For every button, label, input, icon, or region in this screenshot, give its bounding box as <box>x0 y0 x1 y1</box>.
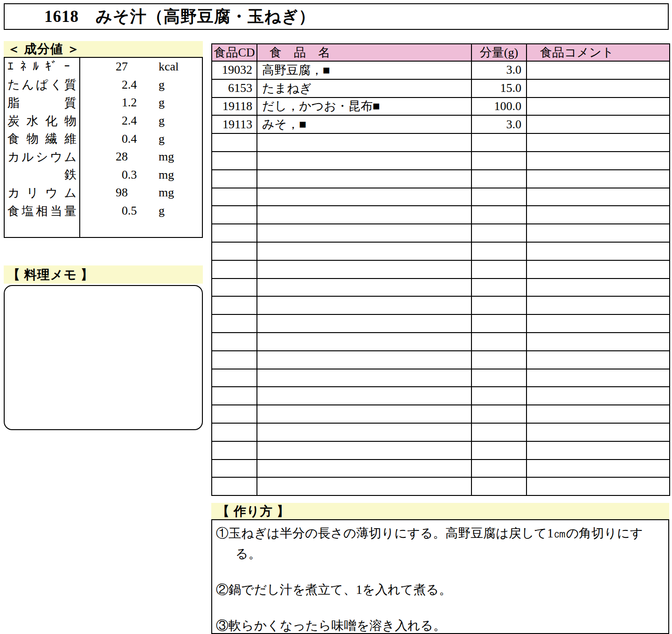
nutrition-label: カルシウム <box>5 149 79 165</box>
ingredient-comment-cell <box>527 98 670 116</box>
ingredient-row: 19032 高野豆腐，■ 3.0 <box>212 61 670 79</box>
ingredient-empty-row <box>212 351 670 369</box>
nutrition-label: ｴﾈﾙｷﾞｰ <box>5 60 79 74</box>
nutrition-table: ｴﾈﾙｷﾞｰ 27 kcal たんぱく質 2.4 g 脂質 1.2 g 炭水化物… <box>4 57 203 238</box>
ingredients-header-row: 食品CD 食 品 名 分量(g) 食品コメント <box>212 44 670 61</box>
ingredient-empty-row <box>212 188 670 206</box>
method-section-header: 【 作り方 】 <box>211 503 669 519</box>
nutrition-row: たんぱく質 2.4 g <box>5 76 202 94</box>
nutrition-row: 食物繊維 0.4 g <box>5 130 202 148</box>
nutrition-unit: g <box>159 96 165 110</box>
ingredient-empty-row <box>212 279 670 297</box>
ingredient-empty-row <box>212 133 670 152</box>
nutrition-row: カルシウム 28 mg <box>5 148 202 166</box>
nutrition-row: 脂質 1.2 g <box>5 94 202 112</box>
memo-section-header: 【 料理メモ 】 <box>4 265 203 284</box>
ingredient-name-cell: だし，かつお・昆布■ <box>257 98 471 116</box>
nutrition-unit: g <box>159 132 165 146</box>
ingredient-empty-row <box>212 460 670 478</box>
ingredient-empty-row <box>212 260 670 279</box>
nutrition-label: 食塩相当量 <box>5 203 79 219</box>
ingredient-empty-row <box>212 242 670 260</box>
ingredient-comment-cell <box>527 61 670 79</box>
title-bar: 1618 みそ汁（高野豆腐・玉ねぎ） <box>4 3 669 30</box>
nutrition-row: 炭水化物 2.4 g <box>5 112 202 130</box>
ingredient-empty-row <box>212 170 670 188</box>
ingredient-amount-cell: 3.0 <box>471 115 527 133</box>
nutrition-unit: mg <box>159 168 174 182</box>
ingredient-empty-row <box>212 369 670 387</box>
nutrition-section-title: ＜ 成分値 ＞ <box>7 41 80 57</box>
nutrition-unit: g <box>159 204 165 218</box>
nutrition-label: 食物繊維 <box>5 131 79 147</box>
ingredient-code-cell: 19118 <box>212 98 257 116</box>
ingredient-name-cell: 高野豆腐，■ <box>257 61 471 79</box>
ingredients-section: 食品CD 食 品 名 分量(g) 食品コメント 19032 高野豆腐，■ 3.0… <box>211 43 670 496</box>
nutrition-row: ｴﾈﾙｷﾞｰ 27 kcal <box>5 58 202 76</box>
ingredient-code-cell: 19032 <box>212 61 257 79</box>
nutrition-unit: g <box>159 114 165 128</box>
ingredient-empty-row <box>212 314 670 333</box>
nutrition-value: 27 <box>79 60 142 74</box>
ingredient-empty-row <box>212 296 670 314</box>
ingredient-empty-row <box>212 333 670 351</box>
ingredient-name-cell: たまねぎ <box>257 79 471 98</box>
ingredient-empty-row <box>212 441 670 460</box>
recipe-title: 1618 みそ汁（高野豆腐・玉ねぎ） <box>44 6 315 28</box>
method-step-1: ①玉ねぎは半分の長さの薄切りにする。高野豆腐は戻して1㎝の角切りにする。 <box>216 523 664 564</box>
nutrition-label: 炭水化物 <box>5 113 79 129</box>
nutrition-unit: g <box>159 78 165 92</box>
nutrition-value: 98 <box>79 186 142 200</box>
method-step-3: ③軟らかくなったら味噌を溶き入れる。 <box>216 615 664 634</box>
ingredient-amount-cell: 3.0 <box>471 61 527 79</box>
column-header-amount: 分量(g) <box>471 44 527 61</box>
ingredient-row: 6153 たまねぎ 15.0 <box>212 79 670 98</box>
nutrition-section-header: ＜ 成分値 ＞ <box>4 41 203 57</box>
ingredient-empty-row <box>212 477 670 495</box>
method-box: ①玉ねぎは半分の長さの薄切りにする。高野豆腐は戻して1㎝の角切りにする。 ②鍋で… <box>211 519 669 634</box>
nutrition-row: 鉄 0.3 mg <box>5 166 202 184</box>
ingredient-empty-row <box>212 423 670 441</box>
nutrition-row: 食塩相当量 0.5 g <box>5 202 202 220</box>
ingredient-empty-row <box>212 224 670 242</box>
ingredient-empty-row <box>212 387 670 405</box>
method-step-2: ②鍋でだし汁を煮立て、1を入れて煮る。 <box>216 579 664 600</box>
ingredient-comment-cell <box>527 79 670 98</box>
nutrition-value: 0.4 <box>79 132 142 146</box>
ingredients-table: 食品CD 食 品 名 分量(g) 食品コメント 19032 高野豆腐，■ 3.0… <box>211 43 670 496</box>
nutrition-row: カリウム 98 mg <box>5 184 202 202</box>
ingredient-code-cell: 19113 <box>212 115 257 133</box>
ingredient-code-cell: 6153 <box>212 79 257 98</box>
ingredient-comment-cell <box>527 115 670 133</box>
column-header-comment: 食品コメント <box>527 44 670 61</box>
nutrition-label: 鉄 <box>5 167 79 183</box>
ingredient-empty-row <box>212 405 670 423</box>
ingredient-amount-cell: 15.0 <box>471 79 527 98</box>
ingredient-name-cell: みそ，■ <box>257 115 471 133</box>
ingredient-empty-row <box>212 206 670 224</box>
nutrition-column-divider <box>79 58 80 237</box>
nutrition-value: 2.4 <box>79 78 142 92</box>
nutrition-unit: mg <box>159 150 174 164</box>
nutrition-label: たんぱく質 <box>5 77 79 93</box>
nutrition-value: 2.4 <box>79 114 142 128</box>
nutrition-unit: kcal <box>159 60 179 74</box>
ingredients-body: 19032 高野豆腐，■ 3.0 6153 たまねぎ 15.0 19118 だし… <box>212 61 670 495</box>
ingredient-amount-cell: 100.0 <box>471 98 527 116</box>
ingredient-row: 19113 みそ，■ 3.0 <box>212 115 670 133</box>
column-header-food-name: 食 品 名 <box>257 44 471 61</box>
nutrition-label: カリウム <box>5 185 79 201</box>
column-header-food-cd: 食品CD <box>212 44 257 61</box>
nutrition-value: 28 <box>79 150 142 164</box>
method-section-title: 【 作り方 】 <box>217 503 290 520</box>
ingredient-empty-row <box>212 152 670 170</box>
nutrition-value: 0.5 <box>79 204 142 218</box>
nutrition-value: 1.2 <box>79 96 142 110</box>
memo-section-title: 【 料理メモ 】 <box>7 266 94 283</box>
nutrition-label: 脂質 <box>5 95 79 111</box>
nutrition-unit: mg <box>159 186 174 200</box>
nutrition-value: 0.3 <box>79 168 142 182</box>
ingredient-row: 19118 だし，かつお・昆布■ 100.0 <box>212 98 670 116</box>
memo-box <box>4 285 203 430</box>
